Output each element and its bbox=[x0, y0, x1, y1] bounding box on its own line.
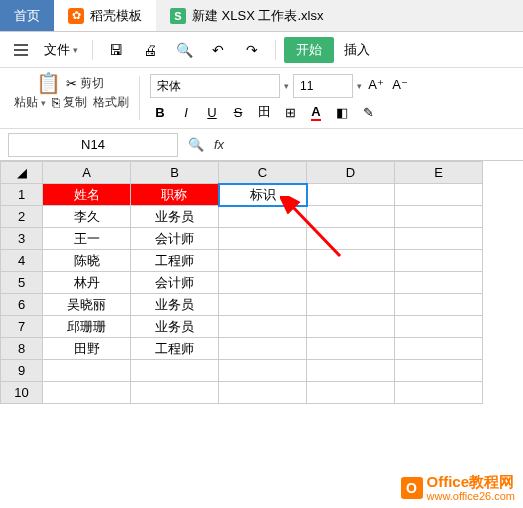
cell[interactable] bbox=[219, 272, 307, 294]
ribbon-start[interactable]: 开始 bbox=[284, 37, 334, 63]
name-box[interactable] bbox=[8, 133, 178, 157]
cell[interactable] bbox=[219, 316, 307, 338]
merge-button[interactable]: ⊞ bbox=[280, 102, 300, 122]
cell[interactable] bbox=[395, 272, 483, 294]
print-preview-button[interactable]: 🔍 bbox=[169, 37, 199, 63]
tab-home[interactable]: 首页 bbox=[0, 0, 54, 31]
redo-button[interactable]: ↷ bbox=[237, 37, 267, 63]
cell[interactable] bbox=[131, 382, 219, 404]
fill-color-button[interactable]: ◧ bbox=[332, 102, 352, 122]
cell[interactable] bbox=[307, 338, 395, 360]
font-size-select[interactable] bbox=[293, 74, 353, 98]
strikethrough-button[interactable]: S bbox=[228, 102, 248, 122]
cell[interactable] bbox=[131, 360, 219, 382]
cell[interactable]: 业务员 bbox=[131, 316, 219, 338]
row-header[interactable]: 4 bbox=[1, 250, 43, 272]
row-header[interactable]: 6 bbox=[1, 294, 43, 316]
decrease-font-button[interactable]: A⁻ bbox=[390, 74, 410, 94]
cell-b1[interactable]: 职称 bbox=[131, 184, 219, 206]
font-name-select[interactable] bbox=[150, 74, 280, 98]
cell[interactable]: 陈晓 bbox=[43, 250, 131, 272]
italic-button[interactable]: I bbox=[176, 102, 196, 122]
underline-button[interactable]: U bbox=[202, 102, 222, 122]
col-header-c[interactable]: C bbox=[219, 162, 307, 184]
cell[interactable]: 业务员 bbox=[131, 206, 219, 228]
cell[interactable] bbox=[395, 338, 483, 360]
cell[interactable]: 王一 bbox=[43, 228, 131, 250]
row-header[interactable]: 8 bbox=[1, 338, 43, 360]
cell[interactable] bbox=[219, 206, 307, 228]
cell[interactable] bbox=[219, 360, 307, 382]
cell[interactable]: 田野 bbox=[43, 338, 131, 360]
cell[interactable] bbox=[307, 272, 395, 294]
col-header-e[interactable]: E bbox=[395, 162, 483, 184]
cell[interactable] bbox=[307, 316, 395, 338]
chevron-down-icon: ▾ bbox=[73, 45, 78, 55]
cell[interactable] bbox=[395, 184, 483, 206]
cell[interactable] bbox=[43, 382, 131, 404]
col-header-a[interactable]: A bbox=[43, 162, 131, 184]
cell[interactable]: 工程师 bbox=[131, 250, 219, 272]
increase-font-button[interactable]: A⁺ bbox=[366, 74, 386, 94]
bold-button[interactable]: B bbox=[150, 102, 170, 122]
zoom-icon[interactable]: 🔍 bbox=[188, 137, 204, 152]
print-button[interactable]: 🖨 bbox=[135, 37, 165, 63]
cell[interactable] bbox=[307, 382, 395, 404]
cell[interactable] bbox=[219, 228, 307, 250]
paste-button[interactable]: 粘贴▾ bbox=[14, 94, 46, 111]
cell[interactable]: 邱珊珊 bbox=[43, 316, 131, 338]
undo-button[interactable]: ↶ bbox=[203, 37, 233, 63]
cell[interactable] bbox=[395, 316, 483, 338]
ribbon-insert[interactable]: 插入 bbox=[338, 37, 376, 63]
cell[interactable] bbox=[395, 250, 483, 272]
cell[interactable] bbox=[307, 184, 395, 206]
row-header[interactable]: 7 bbox=[1, 316, 43, 338]
cell[interactable] bbox=[219, 382, 307, 404]
cell-a1[interactable]: 姓名 bbox=[43, 184, 131, 206]
row-header[interactable]: 1 bbox=[1, 184, 43, 206]
fx-label[interactable]: fx bbox=[214, 137, 224, 152]
cell[interactable]: 李久 bbox=[43, 206, 131, 228]
border-button[interactable]: 田 bbox=[254, 102, 274, 122]
row-header[interactable]: 2 bbox=[1, 206, 43, 228]
col-header-d[interactable]: D bbox=[307, 162, 395, 184]
file-menu[interactable]: 文件 ▾ bbox=[38, 37, 84, 63]
cut-button[interactable]: ✂ 剪切 bbox=[66, 75, 104, 92]
font-color-button[interactable]: A bbox=[306, 102, 326, 122]
cell[interactable] bbox=[395, 228, 483, 250]
cell[interactable] bbox=[307, 206, 395, 228]
cell[interactable] bbox=[307, 294, 395, 316]
cell[interactable]: 会计师 bbox=[131, 228, 219, 250]
col-header-b[interactable]: B bbox=[131, 162, 219, 184]
cell-c1[interactable]: 标识 bbox=[219, 184, 307, 206]
format-painter-button[interactable]: 格式刷 bbox=[93, 94, 129, 111]
cell[interactable]: 工程师 bbox=[131, 338, 219, 360]
cell[interactable] bbox=[43, 360, 131, 382]
cell[interactable]: 业务员 bbox=[131, 294, 219, 316]
cell[interactable] bbox=[219, 294, 307, 316]
cell[interactable]: 林丹 bbox=[43, 272, 131, 294]
cell[interactable] bbox=[219, 250, 307, 272]
cell[interactable] bbox=[219, 338, 307, 360]
row-header[interactable]: 5 bbox=[1, 272, 43, 294]
save-button[interactable]: 🖫 bbox=[101, 37, 131, 63]
cell[interactable]: 吴晓丽 bbox=[43, 294, 131, 316]
row-header[interactable]: 3 bbox=[1, 228, 43, 250]
app-menu-button[interactable] bbox=[8, 40, 34, 60]
cell[interactable] bbox=[395, 382, 483, 404]
spreadsheet-grid: ◢ A B C D E 1 姓名 职称 标识 2李久业务员 3王一会计师 4陈晓… bbox=[0, 161, 523, 404]
cell[interactable] bbox=[307, 250, 395, 272]
highlight-button[interactable]: ✎ bbox=[358, 102, 378, 122]
cell[interactable] bbox=[307, 360, 395, 382]
cell[interactable] bbox=[395, 206, 483, 228]
copy-button[interactable]: ⎘ 复制 bbox=[52, 94, 87, 111]
tab-docer[interactable]: ✿ 稻壳模板 bbox=[54, 0, 156, 31]
cell[interactable]: 会计师 bbox=[131, 272, 219, 294]
cell[interactable] bbox=[395, 360, 483, 382]
tab-workbook[interactable]: S 新建 XLSX 工作表.xlsx bbox=[156, 0, 337, 31]
row-header[interactable]: 10 bbox=[1, 382, 43, 404]
cell[interactable] bbox=[307, 228, 395, 250]
row-header[interactable]: 9 bbox=[1, 360, 43, 382]
select-all-corner[interactable]: ◢ bbox=[1, 162, 43, 184]
cell[interactable] bbox=[395, 294, 483, 316]
